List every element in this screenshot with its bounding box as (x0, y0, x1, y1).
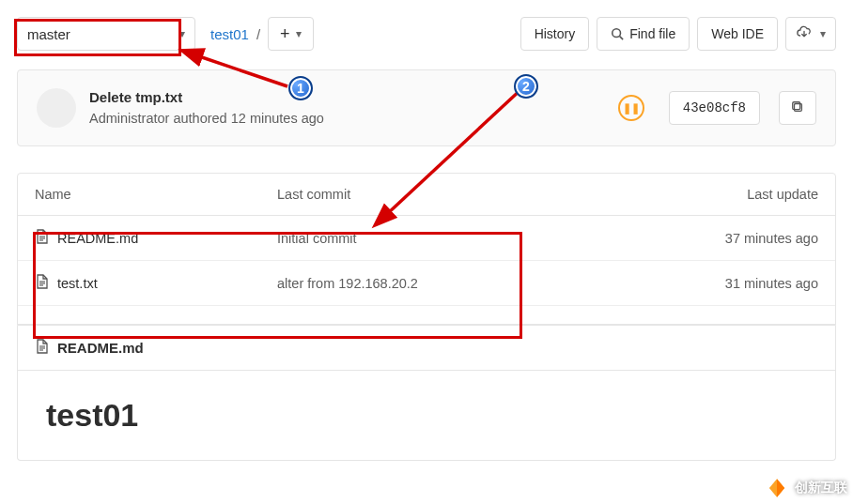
svg-line-13 (196, 55, 287, 86)
annotation-arrows (0, 0, 853, 504)
watermark-text: 创新互联 (795, 480, 847, 496)
watermark: 创新互联 (759, 472, 853, 504)
watermark-logo-icon (765, 476, 789, 500)
annotation-callout-1: 1 (288, 76, 313, 100)
svg-line-14 (386, 88, 522, 215)
annotation-callout-2: 2 (514, 74, 538, 99)
